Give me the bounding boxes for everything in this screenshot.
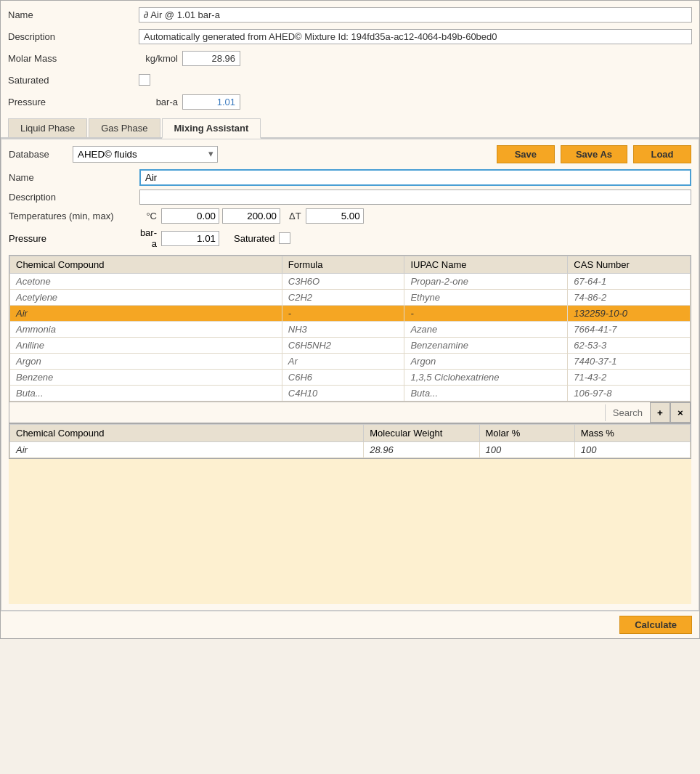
- mixing-description-input[interactable]: [139, 190, 691, 205]
- mix-cell-compound: Air: [10, 442, 364, 458]
- cell-iupac: -: [404, 306, 568, 322]
- tab-gas-phase[interactable]: Gas Phase: [89, 118, 160, 137]
- database-label: Database: [9, 149, 67, 160]
- mix-col-mass-pct: Mass %: [574, 425, 690, 442]
- cell-compound: Buta...: [10, 386, 282, 402]
- cell-compound: Aniline: [10, 338, 282, 354]
- mixing-description-row: Description: [9, 190, 691, 205]
- mixing-pressure-input[interactable]: [161, 231, 219, 246]
- top-section: Name ∂ Air @ 1.01 bar-a Description Auto…: [1, 1, 699, 118]
- compound-table-wrapper[interactable]: Chemical Compound Formula IUPAC Name CAS…: [9, 255, 691, 402]
- molar-mass-unit: kg/kmol: [139, 53, 182, 64]
- tab-liquid-phase[interactable]: Liquid Phase: [8, 118, 87, 137]
- mixing-saturated-label: Saturated: [234, 233, 274, 244]
- database-select-wrapper: AHED© fluids: [73, 146, 218, 163]
- name-value: ∂ Air @ 1.01 bar-a: [139, 7, 692, 23]
- cell-iupac: Argon: [404, 354, 568, 370]
- mix-col-compound: Chemical Compound: [10, 425, 364, 442]
- table-row[interactable]: AmmoniaNH3Azane7664-41-7: [10, 322, 691, 338]
- cell-formula: C3H6O: [282, 274, 404, 290]
- table-row[interactable]: ArgonArArgon7440-37-1: [10, 354, 691, 370]
- cell-cas: 71-43-2: [568, 370, 691, 386]
- name-label: Name: [8, 9, 139, 20]
- cell-iupac: Propan-2-one: [404, 274, 568, 290]
- cell-formula: C2H2: [282, 290, 404, 306]
- pressure-row: Pressure bar-a 1.01: [8, 92, 692, 111]
- table-row[interactable]: Buta...C4H10Buta...106-97-8: [10, 386, 691, 402]
- pressure-unit: bar-a: [139, 97, 182, 107]
- delta-t-input[interactable]: [306, 208, 364, 224]
- mix-cell-mol_weight: 28.96: [364, 442, 479, 458]
- table-row[interactable]: BenzeneC6H61,3,5 Ciclohexatriene71-43-2: [10, 370, 691, 386]
- main-container: Name ∂ Air @ 1.01 bar-a Description Auto…: [0, 0, 700, 639]
- save-button[interactable]: Save: [497, 145, 555, 163]
- mixing-saturated-checkbox[interactable]: [279, 232, 290, 244]
- mixture-table-wrapper: Chemical Compound Molecular Weight Molar…: [9, 423, 691, 459]
- footer-row: Calculate: [1, 611, 699, 638]
- table-row[interactable]: AnilineC6H5NH2Benzenamine62-53-3: [10, 338, 691, 354]
- table-row[interactable]: Air--132259-10-0: [10, 306, 691, 322]
- description-label: Description: [8, 31, 139, 42]
- cell-cas: 7664-41-7: [568, 322, 691, 338]
- saturated-checkbox[interactable]: [139, 74, 150, 86]
- compound-tbody: AcetoneC3H6OPropan-2-one67-64-1Acetylene…: [10, 274, 691, 402]
- cell-compound: Benzene: [10, 370, 282, 386]
- mixing-name-row: Name: [9, 169, 691, 186]
- cell-cas: 7440-37-1: [568, 354, 691, 370]
- remove-compound-button[interactable]: ×: [670, 402, 691, 423]
- col-cas: CAS Number: [568, 256, 691, 274]
- molar-mass-row: Molar Mass kg/kmol 28.96: [8, 49, 692, 68]
- name-row: Name ∂ Air @ 1.01 bar-a: [8, 5, 692, 24]
- cell-cas: 132259-10-0: [568, 306, 691, 322]
- delta-t-label: ΔT: [289, 211, 301, 221]
- mix-col-molar-pct: Molar %: [479, 425, 574, 442]
- mixing-pressure-label: Pressure: [9, 233, 139, 244]
- cell-compound: Acetylene: [10, 290, 282, 306]
- mixing-panel: Database AHED© fluids Save Save As Load …: [1, 139, 699, 611]
- cell-compound: Air: [10, 306, 282, 322]
- cell-formula: Ar: [282, 354, 404, 370]
- description-value: Automatically generated from AHED© Mixtu…: [139, 29, 692, 44]
- saturated-label: Saturated: [8, 75, 139, 86]
- calculate-button[interactable]: Calculate: [619, 616, 692, 634]
- mixing-pressure-unit: bar-a: [139, 227, 161, 249]
- cell-cas: 106-97-8: [568, 386, 691, 402]
- cell-cas: 62-53-3: [568, 338, 691, 354]
- cell-formula: C6H6: [282, 370, 404, 386]
- table-row[interactable]: AcetyleneC2H2Ethyne74-86-2: [10, 290, 691, 306]
- temp-max-input[interactable]: [222, 208, 280, 224]
- cell-iupac: Azane: [404, 322, 568, 338]
- tab-mixing-assistant[interactable]: Mixing Assistant: [162, 118, 261, 139]
- molar-mass-value: 28.96: [182, 51, 240, 66]
- search-input[interactable]: [9, 404, 605, 421]
- save-as-button[interactable]: Save As: [561, 145, 627, 163]
- mixture-table-header: Chemical Compound Molecular Weight Molar…: [10, 425, 691, 442]
- cell-iupac: Ethyne: [404, 290, 568, 306]
- temperatures-label: Temperatures (min, max): [9, 211, 139, 221]
- cell-iupac: 1,3,5 Ciclohexatriene: [404, 370, 568, 386]
- database-select[interactable]: AHED© fluids: [73, 146, 218, 163]
- cell-compound: Acetone: [10, 274, 282, 290]
- table-row[interactable]: AcetoneC3H6OPropan-2-one67-64-1: [10, 274, 691, 290]
- tabs-row: Liquid Phase Gas Phase Mixing Assistant: [1, 118, 699, 139]
- mixing-name-input[interactable]: [139, 169, 691, 186]
- saturated-row: Saturated: [8, 70, 692, 89]
- cell-compound: Ammonia: [10, 322, 282, 338]
- mixing-description-label: Description: [9, 192, 139, 203]
- cell-formula: -: [282, 306, 404, 322]
- add-compound-button[interactable]: +: [650, 402, 670, 423]
- mixing-saturated-section: Saturated: [234, 232, 290, 244]
- cell-cas: 67-64-1: [568, 274, 691, 290]
- search-label: Search: [605, 404, 650, 421]
- list-item[interactable]: Air28.96100100: [10, 442, 691, 458]
- temp-min-input[interactable]: [161, 208, 219, 224]
- cell-formula: C4H10: [282, 386, 404, 402]
- bottom-empty-area: [9, 459, 691, 604]
- search-row: Search + ×: [9, 402, 691, 423]
- cell-formula: C6H5NH2: [282, 338, 404, 354]
- cell-iupac: Benzenamine: [404, 338, 568, 354]
- description-row: Description Automatically generated from…: [8, 27, 692, 46]
- pressure-label: Pressure: [8, 97, 139, 107]
- load-button[interactable]: Load: [633, 145, 691, 163]
- molar-mass-label: Molar Mass: [8, 53, 139, 64]
